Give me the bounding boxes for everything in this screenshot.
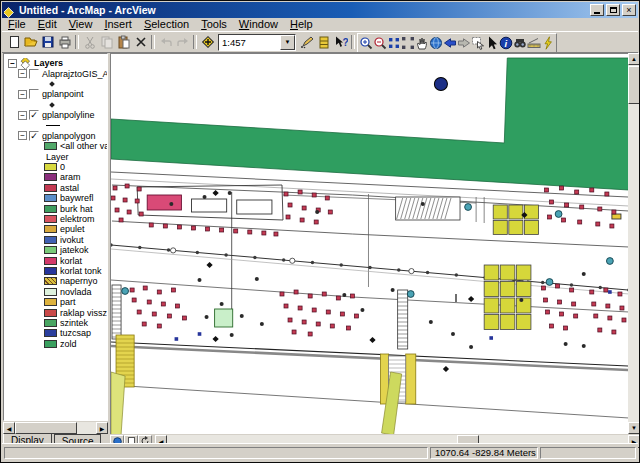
toc-item-jatekok[interactable]: jatekok	[4, 245, 107, 255]
toc-item-gplanpoint[interactable]: −gplanpoint	[4, 89, 107, 99]
legend-swatch[interactable]	[44, 225, 57, 233]
toc-item-layers[interactable]: −Layers	[4, 54, 107, 68]
expander-minus-icon[interactable]: −	[18, 131, 27, 140]
toc-item-aram[interactable]: aram	[4, 172, 107, 182]
restore-button[interactable]	[606, 4, 620, 16]
map-vertical-scrollbar[interactable]: ▲ ▼	[628, 53, 640, 434]
zoom-out-button[interactable]	[373, 35, 387, 51]
toc-item-korlat[interactable]: korlat	[4, 255, 107, 265]
toc-item-epulet[interactable]: epulet	[4, 224, 107, 234]
toc-item-gplanpolygon[interactable]: −✓gplanpolygon	[4, 131, 107, 141]
layer-label[interactable]: gplanpoint	[42, 89, 84, 99]
editor-button[interactable]	[298, 34, 315, 50]
map-scale-combo[interactable]: 1:457▼	[218, 34, 296, 51]
legend-swatch[interactable]	[44, 340, 57, 348]
point-symbol-icon[interactable]	[49, 81, 55, 87]
toc-item-korlat-tonk[interactable]: korlat tonk	[4, 266, 107, 276]
toc-item-baywrefl[interactable]: baywrefl	[4, 193, 107, 203]
legend-swatch[interactable]	[44, 184, 57, 192]
scroll-left-icon[interactable]: ◀	[3, 422, 15, 434]
toc-horizontal-scrollbar[interactable]: ◀ ▶	[3, 422, 108, 434]
zoom-in-button[interactable]	[359, 35, 373, 51]
toc-item-tuzcsap[interactable]: tuzcsap	[4, 328, 107, 338]
fixed-zoom-out-button[interactable]	[401, 35, 415, 51]
identify-button[interactable]: i	[499, 35, 513, 51]
layer-visibility-checkbox[interactable]: ✓	[29, 110, 39, 120]
expander-minus-icon[interactable]: −	[18, 69, 27, 78]
toc-scroll-thumb[interactable]	[15, 422, 77, 434]
toc-item-part[interactable]: part	[4, 297, 107, 307]
toc-item-ivokut[interactable]: ivokut	[4, 235, 107, 245]
expander-minus-icon[interactable]: −	[8, 59, 17, 68]
legend-swatch[interactable]	[44, 277, 57, 285]
new-button[interactable]	[5, 34, 22, 50]
measure-button[interactable]	[527, 35, 541, 51]
toc-item--all-other-valu[interactable]: <all other valu	[4, 141, 107, 151]
delete-button[interactable]	[132, 34, 149, 50]
toc-item-astal[interactable]: astal	[4, 183, 107, 193]
legend-swatch[interactable]	[44, 205, 57, 213]
point-symbol-icon[interactable]	[49, 102, 55, 108]
print-button[interactable]	[56, 34, 73, 50]
toc-item-alaprajztogis-ani[interactable]: −AlaprajztoGIS_Ani	[4, 68, 107, 78]
legend-swatch[interactable]	[44, 163, 57, 171]
toc-item-burk-hat[interactable]: burk hat	[4, 203, 107, 213]
hyperlink-button[interactable]	[541, 35, 555, 51]
layer-label[interactable]: gplanpolyline	[42, 110, 95, 120]
toc-item-szintek[interactable]: szintek	[4, 318, 107, 328]
minimize-button[interactable]	[590, 4, 604, 16]
layer-label[interactable]: AlaprajztoGIS_Ani	[42, 69, 108, 79]
toc-item-layer[interactable]: Layer	[4, 152, 107, 162]
legend-swatch[interactable]	[44, 246, 57, 254]
select-elements-button[interactable]	[485, 35, 499, 51]
legend-swatch[interactable]	[44, 236, 57, 244]
layer-label[interactable]: gplanpolygon	[42, 131, 96, 141]
fixed-zoom-in-button[interactable]	[387, 35, 401, 51]
legend-swatch[interactable]	[44, 298, 57, 306]
legend-swatch[interactable]	[44, 319, 57, 327]
catalog-button[interactable]	[315, 34, 332, 50]
toc-item-novlada[interactable]: novlada	[4, 287, 107, 297]
menu-selection[interactable]: Selection	[138, 18, 195, 31]
save-button[interactable]	[39, 34, 56, 50]
toc-item-0[interactable]: 0	[4, 162, 107, 172]
layer-visibility-checkbox[interactable]	[29, 69, 39, 79]
layer-visibility-checkbox[interactable]	[29, 89, 39, 99]
add-data-button[interactable]	[199, 34, 216, 50]
menu-edit[interactable]: Edit	[32, 18, 63, 31]
legend-swatch[interactable]	[44, 288, 57, 296]
toc-item-zold[interactable]: zold	[4, 339, 107, 349]
menu-view[interactable]: View	[63, 18, 99, 31]
toc-item-elektrom[interactable]: elektrom	[4, 214, 107, 224]
select-features-button[interactable]	[471, 35, 485, 51]
open-button[interactable]	[22, 34, 39, 50]
legend-swatch[interactable]	[44, 329, 57, 337]
toc-item-napernyo[interactable]: napernyo	[4, 276, 107, 286]
legend-swatch[interactable]	[44, 194, 57, 202]
legend-swatch[interactable]	[44, 267, 57, 275]
scroll-down-icon[interactable]: ▼	[628, 422, 640, 434]
legend-swatch[interactable]	[44, 142, 57, 150]
menu-help[interactable]: Help	[284, 18, 319, 31]
pan-button[interactable]	[415, 35, 429, 51]
menu-tools[interactable]: Tools	[195, 18, 233, 31]
menu-file[interactable]: File	[2, 18, 32, 31]
chevron-down-icon[interactable]: ▼	[280, 35, 295, 50]
line-symbol-icon[interactable]	[46, 125, 60, 126]
whats-this-button[interactable]: ?	[332, 34, 349, 50]
legend-swatch[interactable]	[44, 215, 57, 223]
map-vscroll-thumb[interactable]	[628, 66, 640, 104]
toc-item-gplanpolyline[interactable]: −✓gplanpolyline	[4, 110, 107, 120]
close-button[interactable]: ×	[622, 4, 636, 16]
map-canvas[interactable]	[110, 53, 628, 434]
menu-insert[interactable]: Insert	[98, 18, 138, 31]
menu-window[interactable]: Window	[233, 18, 284, 31]
legend-swatch[interactable]	[44, 309, 57, 317]
map-scale-value[interactable]: 1:457	[219, 37, 280, 48]
layer-visibility-checkbox[interactable]: ✓	[29, 131, 39, 141]
paste-button[interactable]	[115, 34, 132, 50]
legend-swatch[interactable]	[44, 257, 57, 265]
scroll-right-icon[interactable]: ▶	[96, 422, 108, 434]
back-button[interactable]	[443, 35, 457, 51]
forward-button[interactable]	[457, 35, 471, 51]
